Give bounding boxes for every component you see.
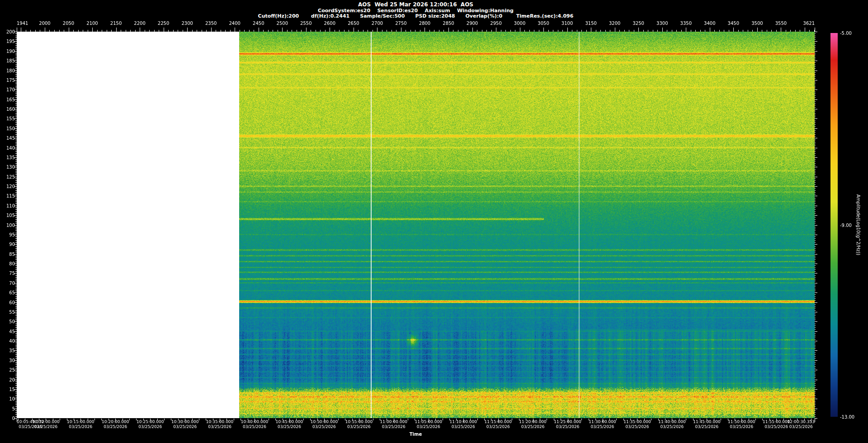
time-axis-label: 10:10:00.00003/25/2026 [32, 419, 59, 429]
date-label: 03/25/2026 [137, 424, 164, 429]
date-label: 03/25/2026 [554, 424, 581, 429]
date-label: 03/25/2026 [32, 424, 59, 429]
time-label: 11:15:00.000 [484, 419, 511, 424]
top-axis-label: 3621 [803, 21, 815, 26]
top-axis-label: 2000 [39, 21, 50, 26]
time-axis-label: 10:25:00.00003/25/2026 [137, 419, 164, 429]
freq-axis-label: 60 [0, 300, 15, 305]
freq-axis-label: 30 [0, 358, 15, 363]
freq-axis-label: 130 [0, 165, 15, 170]
date-label: 03/25/2026 [788, 424, 815, 429]
spectrogram-canvas[interactable] [17, 32, 815, 418]
time-axis-label: 10:35:00.00003/25/2026 [206, 419, 233, 429]
app-window: AOS Wed 25 Mar 2026 12:00:16 AOS CoordSy… [0, 0, 868, 443]
freq-axis-label: 40 [0, 339, 15, 344]
time-axis-label: 10:45:00.00003/25/2026 [276, 419, 303, 429]
freq-axis-label: 5 [0, 406, 15, 411]
top-axis-label: 2450 [253, 21, 264, 26]
freq-axis-label: 20 [0, 377, 15, 382]
freq-axis-label: 150 [0, 126, 15, 131]
time-label: 11:30:00.000 [589, 419, 616, 424]
date-label: 03/25/2026 [449, 424, 476, 429]
top-axis-label: 3100 [561, 21, 573, 26]
time-axis-label: 10:55:00.00003/25/2026 [345, 419, 373, 429]
date-label: 03/25/2026 [728, 424, 755, 429]
time-label: 10:25:00.000 [137, 419, 164, 424]
top-axis-label: 2600 [324, 21, 335, 26]
freq-axis-label: 180 [0, 68, 15, 73]
time-axis-label: 11:55:00.00003/25/2026 [763, 419, 790, 429]
time-label: 11:25:00.000 [554, 419, 581, 424]
freq-axis-label: 80 [0, 261, 15, 266]
top-axis-label: 2750 [395, 21, 406, 26]
freq-axis-label: 50 [0, 319, 15, 324]
date-label: 03/25/2026 [206, 424, 233, 429]
top-axis-label: 1941 [17, 21, 28, 26]
time-label: 10:50:00.000 [311, 419, 338, 424]
date-label: 03/25/2026 [623, 424, 651, 429]
freq-axis-label: 190 [0, 48, 15, 53]
time-label: 11:35:00.000 [623, 419, 651, 424]
time-label: 10:55:00.000 [345, 419, 373, 424]
time-label: 11:45:00.000 [693, 419, 720, 424]
time-axis-label: 11:20:00.00003/25/2026 [519, 419, 546, 429]
freq-axis-label: 105 [0, 213, 15, 218]
top-axis-label: 2850 [443, 21, 454, 26]
freq-axis-label: 110 [0, 203, 15, 208]
time-label: 10:10:00.000 [32, 419, 59, 424]
top-axis-label: 2200 [134, 21, 145, 26]
top-axis-label: 3300 [656, 21, 668, 26]
time-axis-label: 11:00:00.00003/25/2026 [380, 419, 407, 429]
top-axis-label: 2550 [300, 21, 311, 26]
time-axis-label: 10:50:00.00003/25/2026 [311, 419, 338, 429]
top-axis-label: 3250 [632, 21, 644, 26]
date-label: 03/25/2026 [102, 424, 129, 429]
freq-axis-label: 45 [0, 329, 15, 334]
date-label: 03/25/2026 [345, 424, 373, 429]
top-axis-label: 2350 [205, 21, 217, 26]
freq-axis-label: 15 [0, 386, 15, 391]
time-label: 10:45:00.000 [276, 419, 303, 424]
time-label: 12:00:30.353 [788, 419, 815, 424]
top-axis-label: 2700 [372, 21, 383, 26]
date-label: 03/25/2026 [658, 424, 685, 429]
top-axis-label: 2250 [158, 21, 169, 26]
time-axis-label: 11:40:00.00003/25/2026 [658, 419, 685, 429]
top-axis-label: 2650 [348, 21, 359, 26]
freq-axis-label: 55 [0, 309, 15, 314]
freq-axis-label: 170 [0, 87, 15, 92]
top-axis-label: 3200 [609, 21, 620, 26]
time-label: 11:20:00.000 [519, 419, 546, 424]
time-axis-label: 11:50:00.00003/25/2026 [728, 419, 755, 429]
colorbar-value-label: -13.00 [840, 415, 854, 419]
time-label: 10:15:00.000 [67, 419, 94, 424]
colorbar [830, 33, 838, 417]
freq-axis-label: 145 [0, 136, 15, 141]
freq-axis-label: 10 [0, 396, 15, 401]
date-label: 03/25/2026 [589, 424, 616, 429]
time-label: 10:30:00.000 [171, 419, 198, 424]
freq-axis-label: 175 [0, 77, 15, 82]
freq-axis-label: 25 [0, 368, 15, 372]
date-label: 03/25/2026 [311, 424, 338, 429]
top-axis-label: 3400 [704, 21, 715, 26]
freq-axis-label: 125 [0, 174, 15, 179]
time-label: 11:00:00.000 [380, 419, 407, 424]
top-axis-label: 3450 [728, 21, 739, 26]
top-axis-label: 3050 [538, 21, 549, 26]
freq-axis-label: 0 [0, 416, 15, 421]
time-axis-label: 11:30:00.00003/25/2026 [589, 419, 616, 429]
time-axis-label: 10:15:00.00003/25/2026 [67, 419, 94, 429]
top-axis-label: 2100 [86, 21, 98, 26]
freq-axis-label: 95 [0, 232, 15, 237]
freq-axis-label: 100 [0, 222, 15, 227]
date-label: 03/25/2026 [67, 424, 94, 429]
time-label: 11:10:00.000 [449, 419, 476, 424]
time-axis-label: 11:15:00.00003/25/2026 [484, 419, 511, 429]
top-axis-label: 3150 [585, 21, 596, 26]
top-axis-label: 3000 [514, 21, 525, 26]
time-label: 10:40:00.000 [241, 419, 268, 424]
header-processing-params: Cutoff(Hz):200 df(Hz):0.2441 Sample/Sec:… [17, 13, 815, 19]
freq-axis-label: 185 [0, 58, 15, 63]
top-axis-label: 3500 [751, 21, 763, 26]
